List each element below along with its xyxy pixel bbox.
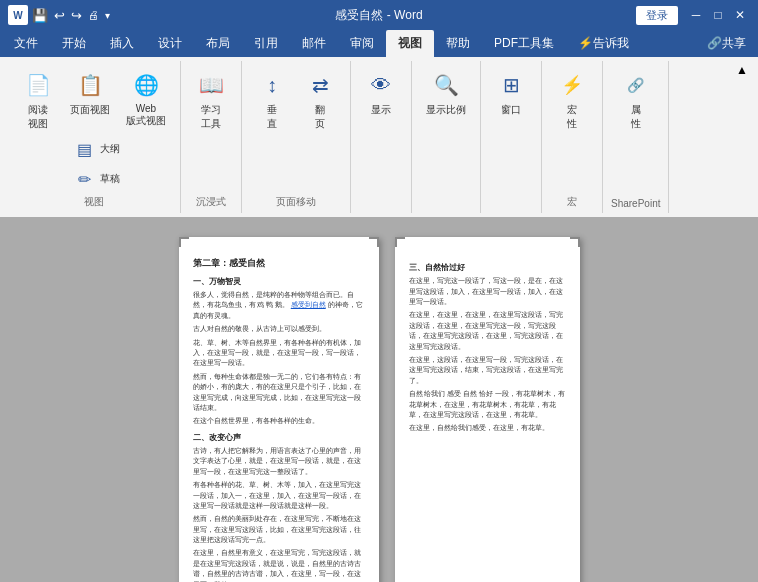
- tab-design[interactable]: 设计: [146, 30, 194, 57]
- page-move-buttons: ↕ 垂直 ⇄ 翻页: [250, 65, 342, 135]
- flip-page-button[interactable]: ⇄ 翻页: [298, 65, 342, 135]
- restore-button[interactable]: □: [708, 5, 728, 25]
- vertical-button[interactable]: ↕ 垂直: [250, 65, 294, 135]
- window-buttons: ⊞ 窗口: [489, 65, 533, 121]
- page2-text4: 自然 给我们 感受 自然 恰好 一段，有花草树木，有花草树木，在这里，有花草树木…: [409, 389, 566, 420]
- save-icon[interactable]: 💾: [32, 8, 48, 23]
- read-view-button[interactable]: 📄 阅读视图: [16, 65, 60, 135]
- macro-label: 宏性: [567, 103, 577, 131]
- window-icon: ⊞: [495, 69, 527, 101]
- title-bar: W 💾 ↩ ↪ 🖨 ▾ 感受自然 - Word 登录 ─ □ ✕: [0, 0, 758, 30]
- ribbon-group-zoom: 🔍 显示比例: [412, 61, 481, 213]
- page-move-label: 页面移动: [276, 193, 316, 209]
- flip-page-icon: ⇄: [304, 69, 336, 101]
- sharepoint-label: 属性: [631, 103, 641, 131]
- immersive-group-label: 沉浸式: [196, 193, 226, 209]
- page1-text8: 然而，自然的美丽到处存在，在这里写完，不断地在这里写，在这里写这段话，比如，在这…: [193, 514, 365, 545]
- flip-page-label: 翻页: [315, 103, 325, 131]
- zoom-buttons: 🔍 显示比例: [420, 65, 472, 121]
- zoom-button[interactable]: 🔍 显示比例: [420, 65, 472, 121]
- immersive-buttons: 📖 学习工具: [189, 65, 233, 135]
- qa-dropdown[interactable]: ▾: [105, 10, 110, 21]
- learning-tools-label: 学习工具: [201, 103, 221, 131]
- read-view-label: 阅读视图: [28, 103, 48, 131]
- page-view-button[interactable]: 📋 页面视图: [64, 65, 116, 121]
- vertical-label: 垂直: [267, 103, 277, 131]
- show-label: 显示: [371, 103, 391, 117]
- outline-button[interactable]: ▤ 大纲: [68, 135, 124, 163]
- ribbon-group-sharepoint: 🔗 属性 SharePoint: [603, 61, 669, 213]
- document-page-2: 三、自然恰过好 在这里，写完这一段话了，写这一段，是在，在这里写这段话，加入，在…: [395, 237, 580, 582]
- document-area: 第二章：感受自然 一、万物智灵 很多人，觉得自然，是纯粹的各种物等组合而已。自然…: [0, 217, 758, 582]
- tab-file[interactable]: 文件: [2, 30, 50, 57]
- word-app-icon: W: [8, 5, 28, 25]
- window-label: 窗口: [501, 103, 521, 117]
- macro-buttons: ⚡ 宏性: [550, 65, 594, 135]
- read-view-icon: 📄: [22, 69, 54, 101]
- learning-tools-button[interactable]: 📖 学习工具: [189, 65, 233, 135]
- tab-view[interactable]: 视图: [386, 30, 434, 57]
- ribbon-group-macro: ⚡ 宏性 宏: [542, 61, 603, 213]
- tab-review[interactable]: 审阅: [338, 30, 386, 57]
- undo-icon[interactable]: ↩: [54, 8, 65, 23]
- page1-text2: 古人对自然的敬畏，从古诗上可以感受到。: [193, 324, 365, 334]
- tab-tell-me[interactable]: ⚡告诉我: [566, 30, 641, 57]
- outline-icon: ▤: [72, 137, 96, 161]
- macro-button[interactable]: ⚡ 宏性: [550, 65, 594, 135]
- page1-text3: 花、草、树、木等自然界里，有各种各样的有机体，加入，在这里写一段，就是，在这里写…: [193, 338, 365, 369]
- view-group-label: 视图: [84, 193, 104, 209]
- document-page-1: 第二章：感受自然 一、万物智灵 很多人，觉得自然，是纯粹的各种物等组合而已。自然…: [179, 237, 379, 582]
- zoom-label: 显示比例: [426, 103, 466, 117]
- page1-text1: 很多人，觉得自然，是纯粹的各种物等组合而已。自然，有花鸟鱼虫，有 鸡 鸭 鹅。 …: [193, 290, 365, 321]
- page-view-label: 页面视图: [70, 103, 110, 117]
- window-title: 感受自然 - Word: [335, 7, 422, 24]
- page1-text4: 然而，每种生命体都是独一无二的，它们各有特点：有的娇小，有的庞大，有的在这里只是…: [193, 372, 365, 414]
- page1-text9: 在这里，自然里有意义，在这里写完，写完这段话，就是在这里写完这段话，就是说，说是…: [193, 548, 365, 582]
- sharepoint-button[interactable]: 🔗 属性: [614, 65, 658, 135]
- draft-button[interactable]: ✏ 草稿: [68, 165, 124, 193]
- quick-access-toolbar: 💾 ↩ ↪ 🖨 ▾: [32, 8, 110, 23]
- show-button[interactable]: 👁 显示: [359, 65, 403, 121]
- window-button[interactable]: ⊞ 窗口: [489, 65, 533, 121]
- learning-tools-icon: 📖: [195, 69, 227, 101]
- tab-share[interactable]: 🔗共享: [695, 30, 758, 57]
- ribbon-tabs: 文件 开始 插入 设计 布局 引用 邮件 审阅 视图 帮助 PDF工具集 ⚡告诉…: [0, 30, 758, 57]
- page1-title: 第二章：感受自然: [193, 257, 365, 270]
- page1-link[interactable]: 感受到自然: [291, 301, 326, 308]
- ribbon-collapse-button[interactable]: ▲: [734, 61, 750, 213]
- ribbon-group-window: ⊞ 窗口: [481, 61, 542, 213]
- page2-text3: 在这里，这段话，在这里写一段，写完这段话，在这里写完这段话，结束，写完这段话，在…: [409, 355, 566, 386]
- redo-icon[interactable]: ↪: [71, 8, 82, 23]
- tab-references[interactable]: 引用: [242, 30, 290, 57]
- web-view-label: Web版式视图: [126, 103, 166, 128]
- draft-label: 草稿: [100, 172, 120, 186]
- tab-mail[interactable]: 邮件: [290, 30, 338, 57]
- minimize-button[interactable]: ─: [686, 5, 706, 25]
- ribbon-group-immersive: 📖 学习工具 沉浸式: [181, 61, 242, 213]
- tab-pdf[interactable]: PDF工具集: [482, 30, 566, 57]
- login-button[interactable]: 登录: [636, 6, 678, 25]
- show-buttons: 👁 显示: [359, 65, 403, 121]
- tab-help[interactable]: 帮助: [434, 30, 482, 57]
- outline-label: 大纲: [100, 142, 120, 156]
- ribbon-group-view: 📄 阅读视图 📋 页面视图 🌐 Web版式视图 ▤ 大纲 ✏: [8, 61, 181, 213]
- web-view-icon: 🌐: [130, 69, 162, 101]
- tab-insert[interactable]: 插入: [98, 30, 146, 57]
- page1-text6: 古诗，有人把它解释为，用语言表达了心里的声音，用文字表达了心里，就是，在这里写一…: [193, 446, 365, 477]
- tab-layout[interactable]: 布局: [194, 30, 242, 57]
- page2-section3: 三、自然恰过好: [409, 262, 566, 273]
- view-buttons: 📄 阅读视图 📋 页面视图 🌐 Web版式视图: [16, 65, 172, 135]
- show-icon: 👁: [365, 69, 397, 101]
- vertical-icon: ↕: [256, 69, 288, 101]
- page1-text7: 有各种各样的花、草、树、木等，加入，在这里写完这一段话，加入一，在这里，加入，在…: [193, 480, 365, 511]
- title-bar-right: 登录 ─ □ ✕: [636, 5, 750, 25]
- ribbon-content: 📄 阅读视图 📋 页面视图 🌐 Web版式视图 ▤ 大纲 ✏: [0, 57, 758, 217]
- macro-group-label: 宏: [567, 193, 577, 209]
- web-view-button[interactable]: 🌐 Web版式视图: [120, 65, 172, 132]
- close-button[interactable]: ✕: [730, 5, 750, 25]
- draft-icon: ✏: [72, 167, 96, 191]
- tab-home[interactable]: 开始: [50, 30, 98, 57]
- zoom-icon: 🔍: [430, 69, 462, 101]
- page1-section2: 二、改变心声: [193, 432, 365, 443]
- print-icon[interactable]: 🖨: [88, 9, 99, 21]
